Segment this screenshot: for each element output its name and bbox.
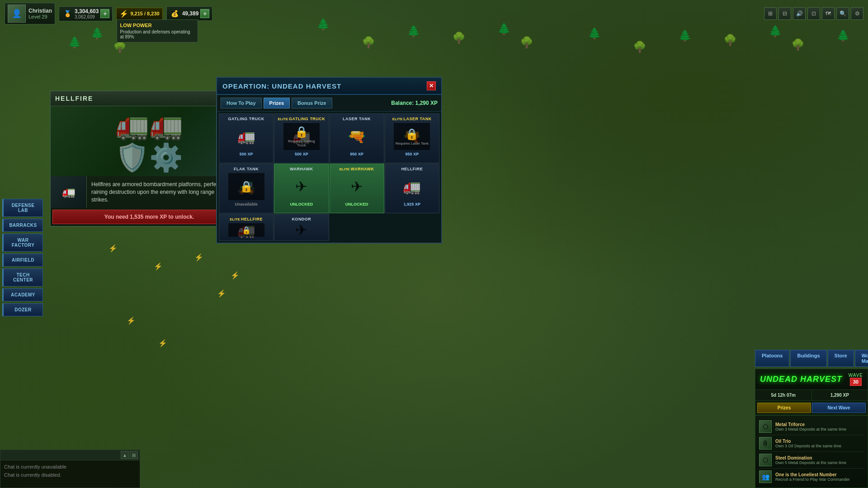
hellfire-thumbnail: 🚛: [51, 176, 87, 208]
chat-line-1: Chat is currently unavailable: [4, 463, 136, 471]
lightning-decoration: ⚡: [194, 253, 203, 262]
sidebar-item-war-factory[interactable]: WAR FACTORY: [2, 234, 43, 252]
achievement-icon: 👥: [759, 470, 772, 483]
tree-decoration: 🌲: [588, 27, 601, 40]
vehicle-icon: 🔫: [348, 128, 366, 145]
player-avatar: 👤: [8, 5, 26, 23]
resize-icon-btn[interactable]: ⊞: [764, 7, 777, 20]
cash-icon: 💰: [170, 8, 180, 19]
lock-overlay: 🔒 Requires Laser Tank: [394, 123, 430, 150]
prize-price: 1,925 XP: [404, 202, 420, 206]
left-sidebar: DEFENSE LAB BARRACKS WAR FACTORY AIRFIEL…: [0, 27, 45, 488]
sidebar-item-academy[interactable]: ACADEMY: [2, 288, 43, 301]
elite-badge: ELITE: [340, 167, 350, 171]
tab-how-to-play[interactable]: How To Play: [221, 98, 262, 108]
lock-icon: 🔒: [242, 226, 251, 235]
search-icon-btn[interactable]: 🔍: [836, 7, 849, 20]
prizes-button[interactable]: Prizes: [757, 403, 811, 413]
tree-decoration: 🌳: [633, 41, 646, 53]
prize-price: 950 XP: [406, 152, 419, 156]
prize-image: 🔫 🔒 Requires Laser Tank: [394, 123, 430, 150]
prize-kondor[interactable]: KONDOR ✈: [274, 214, 329, 241]
cash-resource: 💰 49,389 +: [166, 6, 213, 21]
prize-name-label: FLAK TANK: [234, 167, 259, 171]
prize-image: 🚛 🔒 Requires Gatling Truck: [283, 123, 320, 150]
prize-name-label: WARHAWK: [290, 167, 313, 171]
sidebar-item-dozer[interactable]: DOZER: [2, 303, 43, 316]
elite-badge: ELITE: [278, 117, 288, 121]
prize-image: 🚛 🔒: [228, 223, 264, 237]
player-info-panel: 👤 Christian Level 29: [5, 3, 55, 24]
wave-number: 30: [850, 378, 862, 386]
chat-up-button[interactable]: ▲: [121, 451, 129, 459]
tab-prizes[interactable]: Prizes: [264, 98, 290, 108]
prize-price: 500 XP: [240, 152, 253, 156]
sidebar-item-tech-center[interactable]: TECH CENTER: [2, 268, 43, 286]
lightning-decoration: ⚡: [231, 271, 240, 280]
lock-icon: 🔒: [295, 126, 308, 138]
chat-expand-button[interactable]: ⊞: [130, 451, 138, 459]
sidebar-item-airfield[interactable]: AIRFIELD: [2, 253, 43, 267]
next-wave-button[interactable]: Next Wave: [812, 403, 866, 413]
power-resource: ⚡ 9,215 / 8,230 LOW POWER Production and…: [116, 8, 162, 20]
prize-flak-tank[interactable]: FLAK TANK 🚜 🔒 Unavailable: [219, 164, 274, 213]
sidebar-item-defense-lab[interactable]: DEFENSE LAB: [2, 199, 43, 217]
tree-decoration: 🌳: [362, 36, 375, 49]
hud-right-icons: ⊞ ⊟ 🔊 ⊡ 🗺 🔍 ⚙: [764, 7, 863, 20]
resize2-icon-btn[interactable]: ⊟: [778, 7, 791, 20]
prize-image: 🚜 🔒: [228, 173, 264, 200]
prize-elite-laser-tank[interactable]: ELITE LASER TANK 🔫 🔒 Requires Laser Tank…: [385, 113, 439, 163]
achievement-text: Oil Trio Own 3 Oil Deposits at the same …: [775, 439, 864, 448]
prize-hellfire[interactable]: HELLFIRE 🚛 1,925 XP: [385, 164, 439, 213]
operation-title: OPEARTION: UNDEAD HARVEST: [222, 82, 341, 90]
lightning-decoration: ⚡: [108, 244, 118, 253]
nav-tab-store[interactable]: Store: [828, 350, 854, 367]
prize-price: Unavailable: [235, 202, 258, 206]
achievement-text: Metal Triforce Own 3 Metal Deposits at t…: [775, 422, 864, 432]
player-name: Christian: [28, 8, 52, 14]
tree-decoration: 🌳: [452, 32, 466, 44]
prize-price: UNLOCKED: [290, 202, 313, 206]
prize-laser-tank[interactable]: LASER TANK 🔫 950 XP: [330, 113, 384, 163]
prize-warhawk[interactable]: WARHAWK ✈ UNLOCKED: [274, 164, 329, 213]
grid-icon-btn[interactable]: ⊡: [807, 7, 820, 20]
prize-gatling-truck[interactable]: GATLING TRUCK 🚛 500 XP: [219, 113, 274, 163]
operation-window: OPEARTION: UNDEAD HARVEST ✕ How To Play …: [216, 77, 442, 244]
sidebar-item-barracks[interactable]: BARRACKS: [2, 219, 43, 232]
xp-balance: 1,290 XP: [812, 390, 868, 400]
cash-plus-button[interactable]: +: [200, 9, 209, 18]
gold-plus-button[interactable]: +: [100, 9, 109, 18]
sound-icon-btn[interactable]: 🔊: [793, 7, 806, 20]
power-tooltip-title: LOW POWER: [120, 23, 195, 28]
top-hud: 👤 Christian Level 29 🏅 3,304,603 3,062,6…: [0, 0, 868, 27]
map-icon-btn[interactable]: 🗺: [822, 7, 835, 20]
gear-icon-btn[interactable]: ⚙: [851, 7, 863, 20]
lightning-decoration: ⚡: [158, 339, 167, 347]
achievement-icon: 🛢: [759, 437, 772, 450]
prize-price: 500 XP: [295, 152, 308, 156]
operation-close-button[interactable]: ✕: [427, 81, 436, 90]
achievement-oil-trio: 🛢 Oil Trio Own 3 Oil Deposits at the sam…: [759, 435, 864, 452]
operation-title-bar: OPEARTION: UNDEAD HARVEST ✕: [217, 78, 441, 95]
player-details: Christian Level 29: [28, 8, 52, 19]
lock-text: Requires Gatling Truck: [283, 139, 320, 147]
bottom-right-panel: Platoons Buildings Store World Map UNDEA…: [755, 350, 868, 488]
achievement-name: Metal Triforce: [775, 422, 864, 427]
prize-elite-warhawk[interactable]: ELITE WARHAWK ✈ UNLOCKED: [330, 164, 384, 213]
xp-value: 1,290 XP: [814, 393, 866, 398]
prize-image: 🔫: [339, 123, 375, 150]
nav-tab-world-map[interactable]: World Map: [855, 350, 868, 367]
tab-bonus-prize[interactable]: Bonus Prize: [292, 98, 332, 108]
operation-balance: Balance: 1,290 XP: [391, 100, 438, 106]
prize-name-label: WARHAWK: [350, 167, 374, 171]
prize-elite-gatling-truck[interactable]: ELITE GATLING TRUCK 🚛 🔒 Requires Gatling…: [274, 113, 329, 163]
nav-tab-platoons[interactable]: Platoons: [755, 350, 789, 367]
achievement-desc: Recruit a Friend to Play War Commander: [775, 477, 864, 482]
lightning-decoration: ⚡: [154, 262, 163, 271]
elite-badge: ELITE: [392, 117, 403, 121]
prize-elite-hellfire[interactable]: ELITE HELLFIRE 🚛 🔒: [219, 214, 274, 241]
nav-tab-buildings[interactable]: Buildings: [790, 350, 826, 367]
chat-header: ▲ ⊞: [0, 450, 140, 460]
player-level: Level 29: [28, 14, 52, 19]
prize-name-label: GATLING TRUCK: [289, 117, 325, 121]
